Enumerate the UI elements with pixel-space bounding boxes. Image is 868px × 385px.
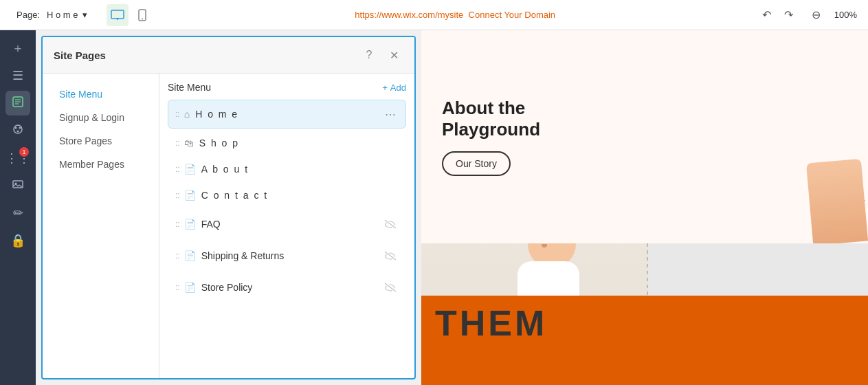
connect-domain-link[interactable]: Connect Your Domain (469, 10, 555, 20)
page-item-shipping[interactable]: :: 📄 Shipping & Returns (168, 241, 406, 270)
page-label: Page: (16, 10, 40, 20)
shop-page-name: S h o p (199, 138, 399, 148)
shipping-visibility-toggle[interactable] (382, 248, 399, 264)
panel-nav: Site Menu Signup & Login Store Pages Mem… (43, 74, 159, 378)
nav-item-store-pages[interactable]: Store Pages (48, 130, 153, 152)
top-bar-right: ↶ ↷ ⊖ 100% (757, 6, 857, 25)
shipping-page-name: Shipping & Returns (201, 250, 382, 261)
toolbar-blog-btn[interactable]: ✏ (5, 201, 30, 226)
toolbar-design-btn[interactable] (5, 118, 30, 143)
url-text: https://www.wix.com/mysite (355, 10, 463, 20)
chevron-down-icon: ▾ (82, 10, 87, 20)
toolbar-menu-btn[interactable]: ☰ (5, 63, 30, 88)
panel-header: Site Pages ? ✕ (43, 37, 414, 74)
panel-help-button[interactable]: ? (359, 45, 379, 65)
eye-hidden-icon-2 (384, 251, 397, 261)
site-pages-panel: Site Pages ? ✕ Site Menu Signup & Login … (41, 36, 416, 380)
eye-hidden-icon-3 (384, 283, 397, 292)
url-bar: https://www.wix.com/mysite Connect Your … (162, 10, 749, 20)
faq-visibility-toggle[interactable] (382, 216, 399, 232)
page-item-shop[interactable]: :: 🛍 S h o p (168, 131, 406, 155)
paint-icon (12, 123, 24, 139)
toolbar-add-btn[interactable]: ＋ (5, 36, 30, 60)
panel-header-icons: ? ✕ (359, 45, 403, 65)
svg-point-10 (15, 126, 17, 129)
drag-handle-contact: :: (175, 190, 180, 200)
plus-small-icon: + (382, 82, 388, 93)
page-item-faq[interactable]: :: 📄 FAQ (168, 210, 406, 239)
store-policy-page-name: Store Policy (201, 282, 382, 293)
svg-point-12 (17, 130, 19, 132)
left-toolbar: ＋ ☰ (0, 30, 36, 385)
svg-point-4 (142, 18, 143, 19)
drag-handle-shop: :: (175, 138, 180, 148)
top-bar: Page: H o m e ▾ https://www.wix.com/mysi… (0, 0, 868, 30)
redo-button[interactable]: ↷ (779, 6, 799, 25)
page-item-contact[interactable]: :: 📄 C o n t a c t (168, 184, 406, 207)
home-page-name: H o m e (195, 109, 382, 120)
nav-item-site-menu[interactable]: Site Menu (48, 83, 153, 105)
undo-redo: ↶ ↷ (757, 6, 799, 25)
contact-page-icon: 📄 (184, 190, 196, 201)
mobile-device-btn[interactable] (131, 4, 153, 26)
about-page-name: A b o u t (201, 164, 399, 175)
hand-right (806, 159, 868, 243)
nav-item-member-pages[interactable]: Member Pages (48, 153, 153, 175)
lock-icon: 🔒 (10, 233, 25, 248)
add-page-button[interactable]: + Add (382, 82, 406, 93)
zoom-level: 100% (834, 10, 857, 20)
desktop-icon (111, 10, 124, 21)
toolbar-apps-btn[interactable]: ⋮⋮ 1 (5, 146, 30, 170)
panel-title: Site Pages (54, 50, 106, 61)
menu-icon: ☰ (12, 68, 23, 83)
about-section: About the Playground Our Story (421, 30, 868, 243)
faq-page-icon: 📄 (184, 219, 196, 230)
main-layout: ＋ ☰ (0, 30, 868, 385)
nav-item-signup-login[interactable]: Signup & Login (48, 107, 153, 129)
toolbar-pages-btn[interactable] (5, 91, 30, 116)
contact-page-name: C o n t a c t (201, 190, 399, 201)
pages-icon (12, 96, 24, 111)
apps-badge: 1 (19, 147, 29, 157)
store-policy-page-icon: 📄 (184, 282, 196, 293)
panel-right-title: Site Menu (168, 82, 211, 93)
drag-handle-about: :: (175, 164, 180, 174)
page-item-store-policy[interactable]: :: 📄 Store Policy (168, 273, 406, 302)
canvas-area: Horizontal Menu H o m e S h o p A b o u … (421, 30, 868, 385)
page-name: H o m e (47, 10, 78, 20)
page-item-about[interactable]: :: 📄 A b o u t (168, 157, 406, 181)
drag-handle-home: :: (175, 109, 180, 119)
panel-right: Site Menu + Add :: ⌂ H o m e ⋯ :: 🛍 (159, 74, 414, 378)
page-selector[interactable]: Page: H o m e ▾ (11, 7, 93, 23)
undo-button[interactable]: ↶ (757, 6, 777, 25)
panel-close-button[interactable]: ✕ (384, 45, 403, 65)
toolbar-media-btn[interactable] (5, 173, 30, 198)
svg-rect-0 (111, 10, 124, 19)
our-story-button[interactable]: Our Story (442, 151, 511, 176)
baby-text: THEM (435, 302, 547, 344)
eye-hidden-icon (384, 219, 397, 229)
zoom-out-button[interactable]: ⊖ (807, 6, 826, 25)
store-policy-visibility-toggle[interactable] (382, 279, 399, 296)
svg-point-11 (19, 126, 21, 129)
shipping-page-icon: 📄 (184, 250, 196, 261)
panel-content: Site Menu Signup & Login Store Pages Mem… (43, 74, 414, 378)
blocks-image (731, 106, 868, 243)
faq-page-name: FAQ (201, 219, 382, 230)
plus-icon: ＋ (12, 40, 24, 56)
drag-handle-store-policy: :: (175, 283, 180, 292)
device-icons (107, 4, 153, 26)
pen-icon: ✏ (13, 206, 23, 221)
desktop-device-btn[interactable] (107, 4, 129, 26)
home-page-action[interactable]: ⋯ (382, 106, 399, 122)
toolbar-members-btn[interactable]: 🔒 (5, 228, 30, 253)
panel-right-header: Site Menu + Add (168, 82, 406, 93)
drag-handle-faq: :: (175, 219, 180, 229)
image-icon (12, 178, 24, 194)
shop-page-icon: 🛍 (184, 138, 194, 148)
drag-handle-shipping: :: (175, 251, 180, 261)
mobile-icon (138, 9, 146, 21)
about-page-icon: 📄 (184, 164, 196, 175)
home-page-icon: ⌂ (184, 109, 190, 120)
page-item-home[interactable]: :: ⌂ H o m e ⋯ (168, 100, 406, 129)
